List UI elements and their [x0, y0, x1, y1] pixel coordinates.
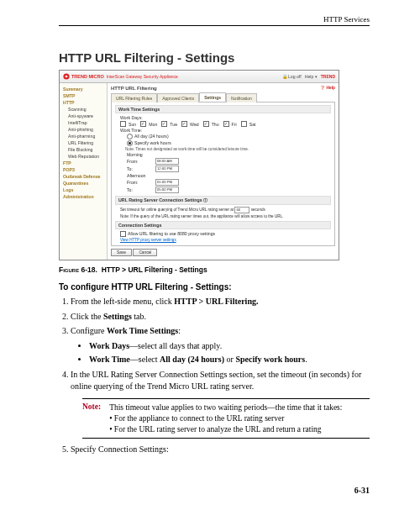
brand: TREND MICRO InterScan Gateway Security A…	[63, 73, 178, 80]
radio-specify-hours[interactable]	[127, 140, 133, 146]
note-body: This timeout value applies to two waitin…	[109, 402, 370, 434]
step-5: Specify Connection Settings:	[71, 444, 370, 456]
afternoon-label: Afternoon	[127, 173, 197, 178]
brand-text: TREND MICRO	[71, 74, 104, 79]
sidebar-item[interactable]: SMTP	[60, 92, 107, 99]
sidebar-item[interactable]: File Blocking	[60, 146, 107, 153]
day-checkbox[interactable]: Wed	[181, 121, 199, 127]
sidebar-item[interactable]: Outbreak Defense	[60, 173, 107, 180]
day-label: Tue	[170, 122, 177, 127]
proxy-checkbox[interactable]	[120, 231, 126, 237]
day-label: Thu	[212, 122, 219, 127]
tab-notification[interactable]: Notification	[226, 93, 257, 103]
from-label: From:	[127, 159, 155, 164]
rating-text: Set timeout for online querying of Trend…	[120, 207, 331, 213]
checkbox-icon[interactable]	[120, 121, 126, 127]
checkbox-icon[interactable]	[140, 121, 146, 127]
note-block: Note: This timeout value applies to two …	[82, 398, 370, 439]
checkbox-icon[interactable]	[203, 121, 209, 127]
morning-from-input[interactable]: 08:00 AM	[155, 158, 179, 165]
day-checkbox[interactable]: Sun	[120, 121, 136, 127]
procedure-list: From the left-side menu, click HTTP > UR…	[71, 296, 370, 393]
procedure-list-cont: Specify Connection Settings:	[71, 444, 370, 456]
work-time-label: Work Time:	[120, 128, 331, 133]
logoff-link[interactable]: 🔒 Log off	[282, 74, 302, 79]
bullet-work-days: Work Days—select all days that apply.	[89, 340, 370, 353]
view-proxy-link[interactable]: View HTTP proxy server settings	[120, 238, 331, 242]
day-label: Wed	[190, 122, 199, 127]
sidebar-item[interactable]: Anti-pharming	[60, 133, 107, 139]
from-label-2: From:	[127, 180, 155, 185]
sidebar-item[interactable]: POP3	[60, 166, 107, 173]
sidebar-item[interactable]: Logs	[60, 187, 107, 193]
step-3: Configure Work Time Settings: Work Days—…	[71, 325, 370, 366]
sidebar-item[interactable]: IntelliTrap	[60, 119, 107, 126]
tab-settings[interactable]: Settings	[199, 92, 226, 102]
to-label-2: To:	[127, 187, 155, 192]
tab-approved-clients[interactable]: Approved Clients	[157, 93, 199, 103]
tab-bar: URL Filtering Rules Approved Clients Set…	[111, 92, 335, 103]
specify-label: Specify work hours	[134, 140, 171, 145]
window-title-bar: TREND MICRO InterScan Gateway Security A…	[60, 71, 339, 83]
morning-to-input[interactable]: 12:00 PM	[155, 166, 179, 172]
sidebar-item[interactable]: FTP	[60, 160, 107, 166]
step-2: Click the Settings tab.	[71, 311, 370, 323]
to-label: To:	[127, 166, 155, 171]
step-1: From the left-side menu, click HTTP > UR…	[71, 296, 370, 308]
left-nav: SummarySMTPHTTPScanningAnti-spywareIntel…	[60, 83, 108, 260]
bullet-work-time: Work Time—select All day (24 hours) or S…	[89, 354, 370, 366]
rating-note: Note: If the query of the URL rating ser…	[120, 214, 331, 218]
help-dropdown[interactable]: Help ▾	[305, 74, 318, 79]
day-label: Mon	[149, 122, 157, 127]
work-time-heading: Work Time Settings	[115, 105, 331, 113]
tab-rules[interactable]: URL Filtering Rules	[111, 93, 157, 103]
screenshot-figure: TREND MICRO InterScan Gateway Security A…	[59, 70, 339, 260]
checkbox-icon[interactable]	[223, 121, 229, 127]
sidebar-item[interactable]: Web Reputation	[60, 153, 107, 160]
afternoon-to-input[interactable]: 05:00 PM	[155, 187, 179, 193]
sidebar-item[interactable]: Anti-spyware	[60, 113, 107, 119]
proxy-label: Allow URL filtering to use 8080 proxy se…	[128, 231, 215, 236]
sidebar-item[interactable]: Scanning	[60, 106, 107, 113]
checkbox-icon[interactable]	[241, 121, 247, 127]
work-time-note: Note: Times not designated as work-time …	[125, 147, 331, 151]
main-panel: HTTP URL Filtering ❓ Help URL Filtering …	[108, 83, 339, 260]
checkbox-icon[interactable]	[161, 121, 167, 127]
trend-logo-icon	[63, 73, 70, 80]
day-label: Fri	[232, 122, 237, 127]
page-number: 6-31	[354, 486, 370, 495]
all-day-label: All day (24 hours)	[134, 134, 169, 139]
day-label: Sat	[249, 122, 256, 127]
figure-caption: Figure 6-18. HTTP > URL Filtering - Sett…	[59, 266, 370, 274]
timeout-input[interactable]: 60	[234, 207, 249, 213]
content-title: HTTP URL Filtering	[111, 86, 157, 91]
afternoon-from-input[interactable]: 01:00 PM	[155, 179, 179, 186]
logoff-label: Log off	[288, 74, 302, 79]
rating-heading: URL Rating Server Connection Settings ⓘ	[115, 196, 331, 205]
header-rule	[59, 25, 370, 26]
sidebar-item[interactable]: Anti-phishing	[60, 126, 107, 133]
sidebar-item[interactable]: Quarantines	[60, 180, 107, 187]
help-link[interactable]: ❓ Help	[320, 86, 335, 91]
day-checkbox[interactable]: Mon	[140, 121, 157, 127]
sidebar-item[interactable]: HTTP	[60, 99, 107, 106]
sidebar-item[interactable]: URL Filtering	[60, 139, 107, 146]
connection-heading: Connection Settings	[115, 221, 331, 229]
day-checkbox[interactable]: Tue	[161, 121, 177, 127]
work-days-label: Work Days:	[120, 115, 331, 120]
running-header: HTTP Services	[323, 15, 370, 24]
day-checkbox[interactable]: Fri	[223, 121, 237, 127]
morning-label: Morning	[127, 152, 197, 157]
step-4: In the URL Rating Server Connection Sett…	[71, 369, 370, 393]
checkbox-icon[interactable]	[181, 121, 187, 127]
seconds-label: seconds	[251, 208, 265, 212]
day-checkbox[interactable]: Sat	[241, 121, 256, 127]
day-checkbox[interactable]: Thu	[203, 121, 219, 127]
note-label: Note:	[82, 402, 101, 434]
day-label: Sun	[129, 122, 136, 127]
cancel-button[interactable]: Cancel	[133, 249, 157, 256]
sidebar-item[interactable]: Summary	[60, 86, 107, 92]
save-button[interactable]: Save	[111, 249, 132, 256]
sidebar-item[interactable]: Administration	[60, 193, 107, 200]
radio-all-day[interactable]	[127, 134, 133, 139]
